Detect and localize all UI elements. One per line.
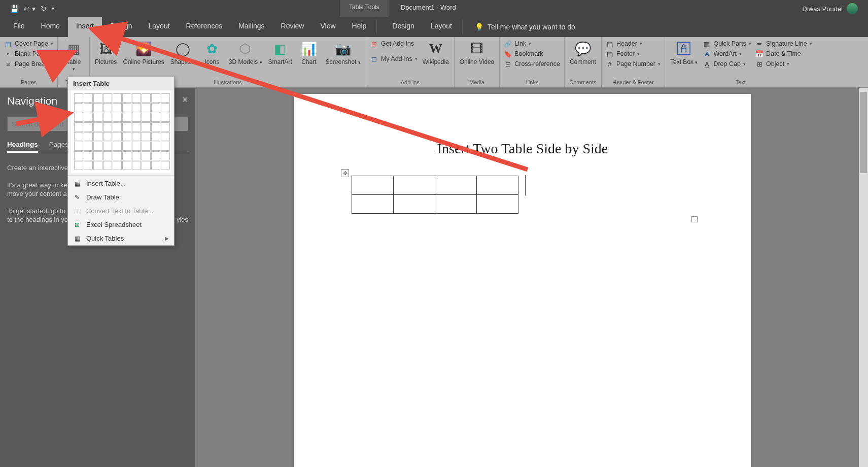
- grid-cell[interactable]: [132, 142, 141, 151]
- grid-cell[interactable]: [132, 113, 141, 122]
- undo-icon[interactable]: ↩ ▾: [24, 5, 36, 13]
- grid-cell[interactable]: [74, 161, 83, 170]
- grid-cell[interactable]: [151, 113, 160, 122]
- grid-cell[interactable]: [93, 122, 102, 131]
- grid-cell[interactable]: [113, 122, 122, 131]
- grid-cell[interactable]: [74, 132, 83, 141]
- cross-reference-button[interactable]: ⊟Cross-reference: [504, 60, 560, 68]
- grid-cell[interactable]: [151, 122, 160, 131]
- bookmark-button[interactable]: 🔖Bookmark: [504, 50, 560, 58]
- save-icon[interactable]: 💾: [10, 5, 19, 13]
- grid-cell[interactable]: [132, 132, 141, 141]
- wordart-button[interactable]: AWordArt: [703, 50, 751, 58]
- tab-review[interactable]: Review: [273, 17, 313, 37]
- grid-cell[interactable]: [132, 151, 141, 160]
- text-box-button[interactable]: 🄰Text Box ▾: [667, 39, 701, 66]
- tab-file[interactable]: File: [5, 17, 33, 37]
- grid-cell[interactable]: [113, 93, 122, 103]
- grid-cell[interactable]: [161, 151, 170, 160]
- grid-cell[interactable]: [161, 161, 170, 170]
- grid-cell[interactable]: [84, 93, 93, 103]
- quick-parts-button[interactable]: ▦Quick Parts: [703, 40, 751, 48]
- grid-cell[interactable]: [103, 93, 112, 103]
- object-button[interactable]: ⊞Object: [755, 60, 812, 68]
- tab-references[interactable]: References: [178, 17, 231, 37]
- grid-cell[interactable]: [93, 161, 102, 170]
- grid-cell[interactable]: [132, 103, 141, 112]
- blank-page-button[interactable]: ▫Blank Page: [4, 50, 53, 58]
- grid-cell[interactable]: [161, 103, 170, 112]
- get-addins-button[interactable]: ⊞Get Add-ins: [370, 40, 418, 48]
- cover-page-button[interactable]: ▤Cover Page: [4, 40, 53, 48]
- grid-cell[interactable]: [113, 142, 122, 151]
- grid-cell[interactable]: [103, 122, 112, 131]
- grid-cell[interactable]: [84, 122, 93, 131]
- grid-cell[interactable]: [84, 132, 93, 141]
- grid-cell[interactable]: [103, 132, 112, 141]
- grid-cell[interactable]: [103, 142, 112, 151]
- 3d-models-button[interactable]: ⬡3D Models ▾: [226, 39, 265, 66]
- user-account[interactable]: Diwas Poudel: [803, 3, 858, 14]
- signature-line-button[interactable]: ✒Signature Line: [755, 40, 812, 48]
- grid-cell[interactable]: [74, 151, 83, 160]
- grid-cell[interactable]: [103, 103, 112, 112]
- grid-cell[interactable]: [113, 132, 122, 141]
- grid-cell[interactable]: [151, 93, 160, 103]
- grid-cell[interactable]: [74, 93, 83, 103]
- link-button[interactable]: 🔗Link: [504, 40, 560, 48]
- grid-cell[interactable]: [93, 142, 102, 151]
- draw-table-menu-item[interactable]: ✎Draw Table: [68, 190, 174, 204]
- tab-design[interactable]: Design: [102, 17, 141, 37]
- document-area[interactable]: Insert Two Table Side by Side ✥: [195, 88, 868, 467]
- grid-cell[interactable]: [103, 113, 112, 122]
- grid-cell[interactable]: [122, 103, 131, 112]
- table-resize-handle-icon[interactable]: [691, 216, 698, 222]
- grid-cell[interactable]: [122, 132, 131, 141]
- close-icon[interactable]: ✕: [182, 95, 188, 105]
- grid-cell[interactable]: [161, 113, 170, 122]
- pictures-button[interactable]: 🖼Pictures: [92, 39, 120, 66]
- drop-cap-button[interactable]: A̲Drop Cap: [703, 60, 751, 68]
- grid-cell[interactable]: [93, 132, 102, 141]
- grid-cell[interactable]: [93, 113, 102, 122]
- date-time-button[interactable]: 📅Date & Time: [755, 50, 812, 58]
- footer-button[interactable]: ▤Footer: [606, 50, 661, 58]
- grid-cell[interactable]: [74, 103, 83, 112]
- document-page[interactable]: Insert Two Table Side by Side ✥: [294, 94, 751, 467]
- tab-home[interactable]: Home: [33, 17, 68, 37]
- grid-cell[interactable]: [151, 132, 160, 141]
- comment-button[interactable]: 💬Comment: [567, 39, 599, 66]
- online-pictures-button[interactable]: 🌄Online Pictures: [120, 39, 167, 66]
- vertical-scrollbar[interactable]: [859, 88, 868, 467]
- page-number-button[interactable]: #Page Number: [606, 60, 661, 68]
- screenshot-button[interactable]: 📷Screenshot ▾: [323, 39, 364, 66]
- insert-table-menu-item[interactable]: ▦Insert Table...: [68, 177, 174, 190]
- my-addins-button[interactable]: ⊡My Add-ins: [370, 55, 418, 63]
- grid-cell[interactable]: [142, 93, 151, 103]
- grid-cell[interactable]: [122, 151, 131, 160]
- grid-cell[interactable]: [142, 103, 151, 112]
- tab-mailings[interactable]: Mailings: [230, 17, 272, 37]
- grid-cell[interactable]: [93, 151, 102, 160]
- grid-cell[interactable]: [132, 122, 141, 131]
- table-button[interactable]: ▦ Table▾: [60, 39, 87, 73]
- header-button[interactable]: ▤Header: [606, 40, 661, 48]
- grid-cell[interactable]: [142, 122, 151, 131]
- grid-cell[interactable]: [161, 93, 170, 103]
- grid-cell[interactable]: [122, 142, 131, 151]
- tab-insert[interactable]: Insert: [68, 17, 102, 37]
- grid-cell[interactable]: [113, 161, 122, 170]
- grid-cell[interactable]: [113, 113, 122, 122]
- redo-icon[interactable]: ↻: [41, 5, 47, 13]
- grid-cell[interactable]: [132, 93, 141, 103]
- tab-layout[interactable]: Layout: [141, 17, 178, 37]
- shapes-button[interactable]: ◯Shapes ▾: [167, 39, 198, 66]
- grid-cell[interactable]: [132, 161, 141, 170]
- table-move-handle-icon[interactable]: ✥: [341, 169, 349, 177]
- grid-cell[interactable]: [161, 122, 170, 131]
- grid-cell[interactable]: [122, 122, 131, 131]
- tab-view[interactable]: View: [312, 17, 343, 37]
- grid-cell[interactable]: [142, 151, 151, 160]
- grid-cell[interactable]: [84, 103, 93, 112]
- grid-cell[interactable]: [74, 142, 83, 151]
